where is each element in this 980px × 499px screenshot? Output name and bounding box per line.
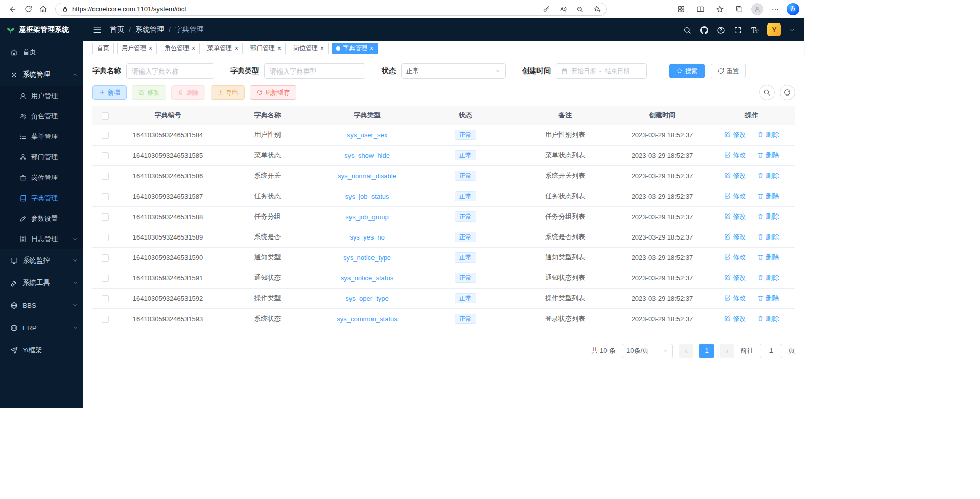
url-text[interactable]: https://ccnetcore.com:1101/system/dict: [72, 5, 536, 13]
dict-type-link[interactable]: sys_common_status: [337, 315, 398, 323]
sidebar-item-home[interactable]: 首页: [0, 41, 83, 63]
sidebar-item-system-management[interactable]: 系统管理: [0, 63, 83, 86]
sidebar-item-erp[interactable]: ERP: [0, 317, 83, 339]
help-button[interactable]: [717, 25, 725, 34]
row-edit-link[interactable]: 修改: [724, 294, 746, 303]
prev-page-button[interactable]: ‹: [679, 344, 693, 358]
sidebar-item-system-tools[interactable]: 系统工具: [0, 272, 83, 294]
tab-role-management[interactable]: 角色管理×: [160, 43, 200, 54]
sidebar-subitem-post-management[interactable]: 岗位管理: [0, 168, 83, 188]
row-edit-link[interactable]: 修改: [724, 151, 746, 160]
browser-menu-button[interactable]: [767, 2, 783, 16]
dict-name-input[interactable]: [126, 63, 214, 79]
delete-button[interactable]: 删除: [171, 85, 205, 100]
row-checkbox[interactable]: [102, 316, 109, 323]
tab-menu-management[interactable]: 菜单管理×: [203, 43, 243, 54]
sidebar-subitem-role-management[interactable]: 角色管理: [0, 106, 83, 127]
user-avatar[interactable]: Y: [767, 23, 781, 36]
split-screen-button[interactable]: [693, 2, 708, 16]
row-delete-link[interactable]: 删除: [757, 171, 779, 180]
tab-department-management[interactable]: 部门管理×: [246, 43, 286, 54]
refresh-table-button[interactable]: [780, 85, 795, 100]
sidebar-item-system-monitor[interactable]: 系统监控: [0, 249, 83, 272]
collections-button[interactable]: [732, 2, 747, 16]
close-icon[interactable]: ×: [235, 45, 238, 52]
page-size-select[interactable]: 10条/页: [622, 344, 673, 358]
dict-type-link[interactable]: sys_oper_type: [345, 295, 389, 302]
tab-dict-management[interactable]: 字典管理×: [332, 43, 378, 54]
github-button[interactable]: [700, 25, 708, 34]
row-edit-link[interactable]: 修改: [724, 253, 746, 262]
row-edit-link[interactable]: 修改: [724, 273, 746, 282]
row-edit-link[interactable]: 修改: [724, 314, 746, 323]
browser-profile-avatar[interactable]: [751, 3, 763, 15]
sidebar-subitem-dict-management[interactable]: 字典管理: [0, 188, 83, 208]
row-delete-link[interactable]: 删除: [757, 232, 779, 242]
header-search-button[interactable]: [683, 25, 691, 34]
row-edit-link[interactable]: 修改: [724, 192, 746, 201]
chevron-down-icon[interactable]: [789, 27, 795, 33]
toggle-search-button[interactable]: [759, 85, 775, 100]
export-button[interactable]: 导出: [211, 85, 245, 100]
close-icon[interactable]: ×: [277, 45, 281, 52]
dict-type-link[interactable]: sys_job_status: [345, 193, 389, 200]
sidebar-toggle-button[interactable]: [92, 25, 102, 34]
favorites-button[interactable]: [712, 2, 728, 16]
row-checkbox[interactable]: [102, 173, 109, 180]
row-delete-link[interactable]: 删除: [757, 151, 779, 160]
dict-type-link[interactable]: sys_notice_type: [343, 254, 391, 262]
password-key-button[interactable]: [540, 4, 553, 15]
row-checkbox[interactable]: [102, 213, 109, 221]
goto-page-input[interactable]: [760, 344, 782, 358]
edit-button[interactable]: 修改: [132, 85, 166, 100]
fullscreen-button[interactable]: [734, 25, 742, 34]
dict-type-link[interactable]: sys_normal_disable: [338, 172, 396, 180]
row-checkbox[interactable]: [102, 132, 109, 139]
row-edit-link[interactable]: 修改: [724, 130, 746, 139]
date-range-picker[interactable]: 开始日期 - 结束日期: [556, 63, 647, 79]
select-all-checkbox[interactable]: [102, 112, 109, 120]
tab-home[interactable]: 首页: [92, 43, 114, 54]
copilot-button[interactable]: b: [787, 3, 799, 15]
sidebar-subitem-department-management[interactable]: 部门管理: [0, 147, 83, 168]
page-number-button[interactable]: 1: [699, 344, 714, 358]
sidebar-subitem-parameter-settings[interactable]: 参数设置: [0, 208, 83, 229]
dict-type-link[interactable]: sys_yes_no: [349, 233, 385, 241]
row-checkbox[interactable]: [102, 193, 109, 200]
row-edit-link[interactable]: 修改: [724, 232, 746, 242]
row-checkbox[interactable]: [102, 234, 109, 241]
row-checkbox[interactable]: [102, 152, 109, 159]
close-icon[interactable]: ×: [149, 45, 152, 52]
sidebar-item-bbs[interactable]: BBS: [0, 294, 83, 317]
row-delete-link[interactable]: 删除: [757, 314, 779, 323]
sidebar-item-yi-framework[interactable]: Yi框架: [0, 339, 83, 362]
address-bar[interactable]: https://ccnetcore.com:1101/system/dict: [55, 3, 607, 16]
breadcrumb-home[interactable]: 首页: [110, 25, 124, 34]
status-select[interactable]: 正常: [401, 63, 506, 79]
close-icon[interactable]: ×: [320, 45, 324, 52]
row-delete-link[interactable]: 删除: [757, 212, 779, 221]
back-button[interactable]: [5, 2, 20, 16]
add-favorite-button[interactable]: [590, 4, 603, 15]
home-button[interactable]: [36, 2, 51, 16]
tab-post-management[interactable]: 岗位管理×: [289, 43, 329, 54]
font-size-button[interactable]: [751, 25, 759, 34]
refresh-cache-button[interactable]: 刷新缓存: [250, 85, 296, 100]
dict-type-link[interactable]: sys_job_group: [345, 213, 389, 221]
next-page-button[interactable]: ›: [720, 344, 734, 358]
dict-type-link[interactable]: sys_notice_status: [341, 274, 393, 282]
read-aloud-button[interactable]: [556, 4, 570, 15]
close-icon[interactable]: ×: [370, 45, 374, 52]
row-delete-link[interactable]: 删除: [757, 253, 779, 262]
extensions-button[interactable]: [673, 2, 689, 16]
sidebar-subitem-menu-management[interactable]: 菜单管理: [0, 127, 83, 147]
breadcrumb-system-management[interactable]: 系统管理: [135, 25, 164, 34]
dict-type-link[interactable]: sys_user_sex: [347, 131, 387, 139]
dict-type-input[interactable]: [264, 63, 365, 79]
refresh-button[interactable]: [20, 2, 36, 16]
row-checkbox[interactable]: [102, 254, 109, 262]
add-button[interactable]: 新增: [92, 85, 127, 100]
dict-type-link[interactable]: sys_show_hide: [344, 152, 390, 159]
row-delete-link[interactable]: 删除: [757, 192, 779, 201]
row-edit-link[interactable]: 修改: [724, 212, 746, 221]
